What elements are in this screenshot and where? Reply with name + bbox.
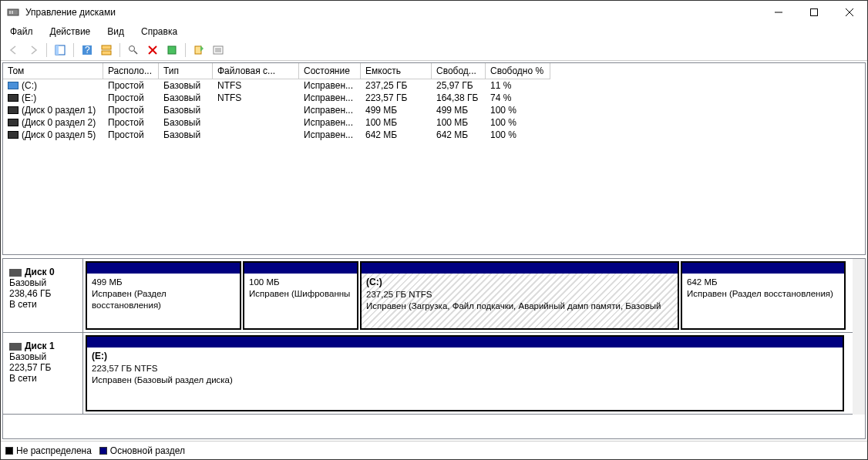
svg-rect-1 [9, 11, 11, 14]
volume-row[interactable]: (Диск 0 раздел 2)ПростойБазовыйИсправен.… [3, 116, 865, 129]
column-status[interactable]: Состояние [299, 63, 361, 79]
partition[interactable]: (E:)223,57 ГБ NTFSИсправен (Базовый разд… [86, 335, 844, 411]
column-free[interactable]: Свобод... [432, 63, 486, 79]
disk-label[interactable]: Диск 0Базовый238,46 ГБВ сети [3, 259, 83, 332]
volume-row[interactable]: (C:)ПростойБазовыйNTFSИсправен...237,25 … [3, 79, 865, 92]
volume-icon [8, 94, 19, 102]
volume-icon [8, 119, 19, 126]
svg-rect-11 [102, 45, 111, 49]
maximize-button[interactable] [796, 1, 832, 24]
disk-row: Диск 1Базовый223,57 ГБВ сети(E:)223,57 Г… [3, 333, 853, 415]
disk-label[interactable]: Диск 1Базовый223,57 ГБВ сети [3, 333, 83, 414]
svg-rect-18 [195, 46, 201, 54]
toolbar-layout-button[interactable] [98, 42, 115, 59]
window-title: Управление дисками [25, 7, 761, 18]
menu-view[interactable]: Вид [104, 25, 127, 39]
partition[interactable]: (C:)237,25 ГБ NTFSИсправен (Загрузка, Фа… [360, 261, 679, 330]
menubar: Файл Действие Вид Справка [1, 24, 867, 39]
partition-header [244, 263, 357, 274]
toolbar-format-button[interactable] [163, 42, 180, 59]
svg-rect-12 [102, 51, 111, 55]
svg-point-13 [130, 45, 135, 51]
volume-icon [8, 131, 19, 139]
svg-line-14 [134, 51, 137, 54]
separator [185, 43, 186, 57]
titlebar: Управление дисками [1, 1, 867, 24]
legend: Не распределена Основной раздел [1, 441, 867, 459]
partition-header [362, 263, 678, 274]
window-controls [761, 1, 867, 24]
svg-rect-2 [12, 11, 13, 14]
menu-help[interactable]: Справка [138, 25, 180, 39]
volume-icon [8, 106, 19, 114]
partition[interactable]: 642 МБИсправен (Раздел восстановления) [681, 261, 846, 330]
separator [73, 43, 74, 57]
separator [46, 43, 47, 57]
swatch-unallocated [5, 447, 13, 455]
volume-list[interactable]: Том Располо... Тип Файловая с... Состоян… [2, 62, 866, 255]
menu-action[interactable]: Действие [47, 25, 94, 39]
partition-header [87, 263, 240, 274]
column-filesystem[interactable]: Файловая с... [213, 63, 299, 79]
partition[interactable]: 499 МБИсправен (Раздел восстановления) [86, 261, 241, 330]
back-button[interactable] [5, 42, 22, 59]
legend-unallocated: Не распределена [5, 445, 92, 456]
toolbar-new-button[interactable] [190, 42, 207, 59]
disk-graphical-view[interactable]: Диск 0Базовый238,46 ГБВ сети499 МБИсправ… [2, 258, 866, 439]
volume-row[interactable]: (E:)ПростойБазовыйNTFSИсправен...223,57 … [3, 92, 865, 104]
column-capacity[interactable]: Емкость [361, 63, 432, 79]
menu-file[interactable]: Файл [7, 25, 36, 39]
volume-row[interactable]: (Диск 0 раздел 1)ПростойБазовыйИсправен.… [3, 104, 865, 116]
forward-button[interactable] [25, 42, 42, 59]
partition-header [682, 263, 844, 274]
volume-icon [8, 82, 19, 89]
column-type[interactable]: Тип [159, 63, 213, 79]
column-headers: Том Располо... Тип Файловая с... Состоян… [3, 63, 865, 79]
separator [119, 43, 120, 57]
help-icon[interactable]: ? [79, 42, 96, 59]
app-icon [7, 6, 19, 18]
column-layout[interactable]: Располо... [103, 63, 159, 79]
svg-rect-17 [168, 46, 176, 54]
close-button[interactable] [832, 1, 867, 24]
toolbar-find-button[interactable] [125, 42, 142, 59]
scrollbar-vertical[interactable] [853, 259, 865, 415]
swatch-primary [99, 447, 107, 455]
svg-rect-8 [56, 45, 59, 55]
toolbar: ? [1, 39, 867, 61]
volume-row[interactable]: (Диск 0 раздел 5)ПростойБазовыйИсправен.… [3, 129, 865, 141]
disk-icon [9, 269, 22, 277]
minimize-button[interactable] [761, 1, 796, 24]
toolbar-panel-button[interactable] [52, 42, 69, 59]
disk-icon [9, 343, 22, 351]
partition-header [87, 337, 843, 348]
column-freepct[interactable]: Свободно % [486, 63, 550, 79]
partition[interactable]: 100 МБИсправен (Шифрованны [243, 261, 358, 330]
svg-rect-4 [811, 9, 818, 16]
toolbar-properties-button[interactable] [210, 42, 227, 59]
disk-row: Диск 0Базовый238,46 ГБВ сети499 МБИсправ… [3, 259, 853, 333]
legend-primary: Основной раздел [99, 445, 185, 456]
svg-text:?: ? [85, 45, 90, 55]
delete-icon[interactable] [144, 42, 161, 59]
column-volume[interactable]: Том [3, 63, 103, 79]
